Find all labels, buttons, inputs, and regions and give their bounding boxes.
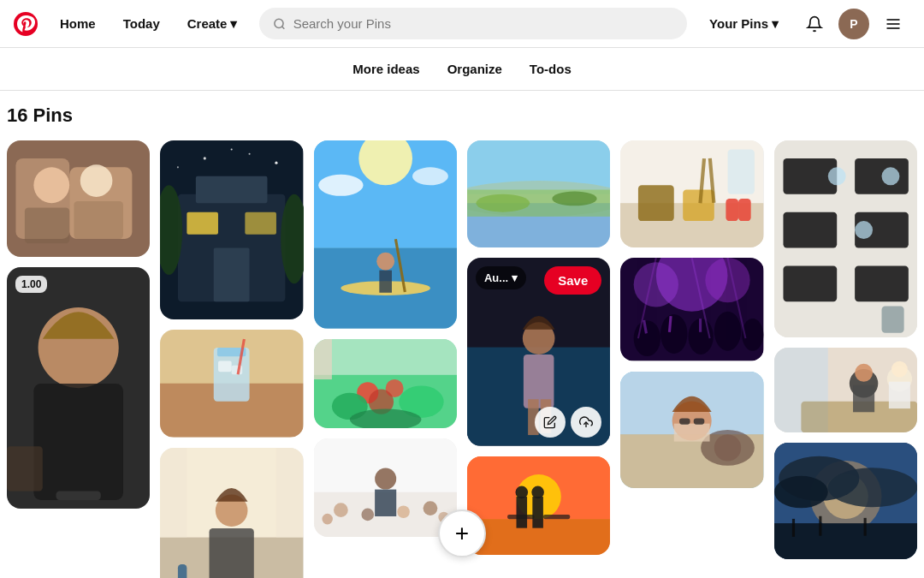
- svg-rect-43: [210, 528, 254, 578]
- search-bar[interactable]: [259, 8, 687, 39]
- pin-card[interactable]: [314, 140, 457, 329]
- svg-rect-41: [276, 448, 303, 538]
- pin-card[interactable]: [774, 348, 917, 432]
- svg-rect-92: [517, 497, 528, 528]
- col-1: 1.00: [7, 140, 150, 509]
- svg-point-147: [855, 364, 873, 382]
- svg-rect-151: [888, 382, 909, 408]
- col-5: [620, 140, 763, 488]
- bell-icon: [806, 15, 823, 33]
- svg-rect-161: [819, 516, 821, 536]
- header-right: Your Pins ▾ P: [697, 7, 910, 41]
- col-6: [774, 140, 917, 559]
- pin-card[interactable]: [160, 140, 303, 319]
- pins-count: 16 Pins: [0, 104, 924, 140]
- pin-card[interactable]: [467, 140, 610, 247]
- svg-point-52: [376, 253, 394, 271]
- pin-board-label[interactable]: Au... ▾: [476, 266, 526, 289]
- pin-card[interactable]: [620, 140, 763, 247]
- svg-point-1: [275, 19, 283, 27]
- header: Home Today Create ▾ Your Pins ▾ P: [0, 0, 924, 48]
- menu-icon: [885, 15, 902, 33]
- svg-rect-35: [218, 361, 232, 372]
- svg-point-27: [249, 153, 251, 155]
- pin-card[interactable]: [467, 456, 610, 555]
- pin-card-active[interactable]: Au... ▾ Save: [467, 258, 610, 446]
- svg-rect-97: [543, 515, 570, 519]
- svg-rect-159: [774, 524, 917, 560]
- avatar[interactable]: P: [838, 9, 869, 39]
- svg-rect-16: [56, 491, 101, 499]
- svg-rect-103: [738, 199, 751, 221]
- pin-card[interactable]: [160, 330, 303, 437]
- your-pins-button[interactable]: Your Pins ▾: [697, 9, 791, 39]
- search-icon: [273, 17, 286, 31]
- svg-rect-137: [783, 265, 837, 301]
- today-nav-link[interactable]: Today: [111, 9, 172, 39]
- svg-rect-106: [728, 149, 755, 194]
- chevron-down-icon: ▾: [512, 271, 518, 284]
- svg-point-71: [423, 501, 437, 515]
- svg-point-110: [706, 258, 750, 302]
- svg-point-79: [476, 194, 530, 212]
- svg-point-111: [634, 321, 660, 357]
- col-4: Au... ▾ Save: [467, 140, 610, 555]
- pin-card[interactable]: [314, 339, 457, 429]
- svg-point-109: [634, 263, 678, 307]
- search-input[interactable]: [293, 16, 673, 31]
- pinterest-logo[interactable]: [14, 12, 38, 36]
- menu-button[interactable]: [876, 7, 910, 41]
- notifications-button[interactable]: [797, 7, 832, 41]
- svg-point-29: [177, 166, 179, 168]
- svg-rect-23: [214, 247, 250, 301]
- pin-card[interactable]: [7, 140, 150, 257]
- pin-card[interactable]: [774, 140, 917, 337]
- svg-rect-94: [532, 497, 543, 528]
- pin-edit-button[interactable]: [535, 407, 566, 438]
- svg-rect-135: [783, 212, 837, 248]
- pin-card[interactable]: [620, 258, 763, 361]
- svg-point-114: [714, 312, 741, 351]
- home-nav-link[interactable]: Home: [48, 9, 108, 39]
- main-nav: Home Today Create ▾: [48, 9, 249, 39]
- pin-card[interactable]: [620, 372, 763, 488]
- svg-point-150: [891, 361, 908, 378]
- svg-rect-148: [853, 385, 874, 412]
- svg-point-93: [515, 486, 528, 499]
- svg-rect-138: [855, 265, 909, 301]
- svg-point-72: [322, 514, 333, 525]
- svg-rect-17: [7, 446, 43, 491]
- svg-point-126: [714, 434, 741, 461]
- col-3: [314, 140, 457, 537]
- sub-nav-more-ideas[interactable]: More ideas: [352, 58, 419, 80]
- svg-point-157: [827, 468, 917, 508]
- pin-actions: [535, 407, 601, 438]
- svg-point-30: [231, 148, 233, 150]
- svg-rect-53: [379, 271, 392, 293]
- svg-rect-57: [314, 339, 332, 379]
- svg-rect-142: [881, 306, 903, 332]
- svg-rect-160: [792, 519, 795, 537]
- create-nav-link[interactable]: Create ▾: [175, 9, 250, 39]
- svg-point-66: [375, 468, 396, 490]
- sub-nav-organize[interactable]: Organize: [447, 58, 502, 80]
- pin-card[interactable]: [774, 443, 917, 559]
- pin-card[interactable]: 1.00: [7, 267, 150, 509]
- chevron-down-icon: ▾: [772, 16, 779, 32]
- pin-share-button[interactable]: [571, 407, 601, 438]
- pin-card[interactable]: [160, 448, 303, 578]
- svg-point-28: [275, 162, 278, 164]
- svg-rect-130: [694, 418, 705, 424]
- svg-rect-128: [674, 423, 710, 441]
- add-pin-button[interactable]: +: [438, 509, 486, 557]
- sub-nav-todos[interactable]: To-dos: [530, 58, 572, 80]
- svg-rect-162: [863, 518, 866, 536]
- svg-rect-56: [314, 339, 457, 375]
- svg-rect-12: [74, 201, 123, 239]
- pin-card[interactable]: [314, 438, 457, 537]
- svg-rect-101: [684, 190, 715, 222]
- svg-rect-20: [196, 176, 268, 203]
- pin-save-button[interactable]: Save: [544, 266, 601, 295]
- svg-point-141: [855, 221, 873, 239]
- svg-point-140: [881, 167, 899, 185]
